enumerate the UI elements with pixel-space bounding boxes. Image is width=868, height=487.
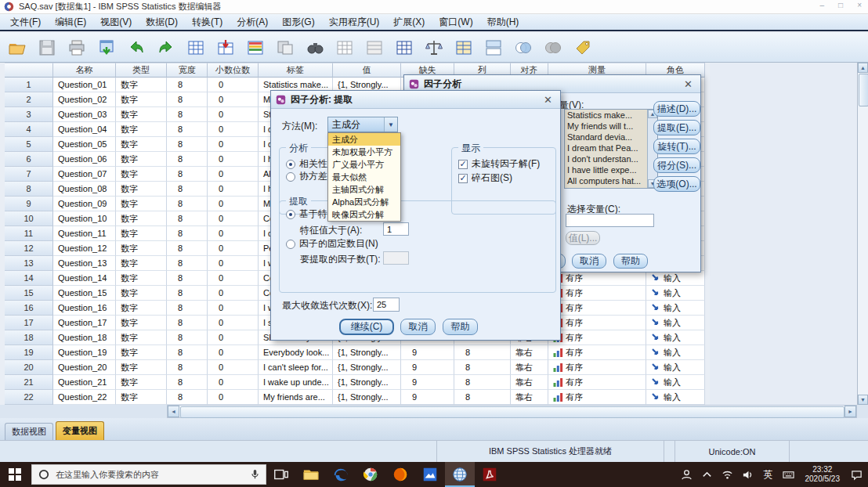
cell-名称[interactable]: Question_15 bbox=[53, 286, 116, 301]
volume-icon[interactable] bbox=[740, 462, 757, 487]
row-number[interactable]: 18 bbox=[5, 330, 53, 345]
cell-宽度[interactable]: 8 bbox=[167, 152, 208, 167]
cell-小数位数[interactable]: 0 bbox=[208, 167, 259, 182]
row-number[interactable]: 9 bbox=[5, 197, 53, 211]
cell-小数位数[interactable]: 0 bbox=[208, 137, 259, 152]
variable-list-item[interactable]: Statistics make... bbox=[565, 110, 657, 121]
row-number[interactable]: 2 bbox=[5, 92, 53, 107]
menu-item-编辑[interactable]: 编辑(E) bbox=[48, 14, 93, 31]
cell-值[interactable]: {1, Strongly... bbox=[333, 390, 401, 405]
cell-角色[interactable]: 输入 bbox=[646, 375, 705, 390]
cell-宽度[interactable]: 8 bbox=[167, 360, 208, 375]
cell-宽度[interactable]: 8 bbox=[167, 211, 208, 226]
cell-类型[interactable]: 数字 bbox=[116, 241, 167, 256]
variable-list-item[interactable]: All computers hat... bbox=[565, 175, 657, 186]
cell-测量[interactable]: 有序 bbox=[548, 286, 646, 301]
cell-缺失[interactable]: 9 bbox=[401, 360, 454, 375]
goto-case-icon[interactable] bbox=[185, 37, 206, 58]
cell-名称[interactable]: Question_20 bbox=[53, 360, 116, 375]
cell-标签[interactable]: My friends are... bbox=[259, 390, 333, 405]
start-button[interactable] bbox=[0, 462, 30, 487]
cell-宽度[interactable]: 8 bbox=[167, 92, 208, 107]
row-number[interactable]: 8 bbox=[5, 182, 53, 197]
method-option[interactable]: 主轴因式分解 bbox=[328, 183, 400, 196]
row-number[interactable]: 16 bbox=[5, 301, 53, 316]
scroll-right-icon[interactable]: ► bbox=[844, 406, 856, 417]
cell-名称[interactable]: Question_01 bbox=[53, 78, 116, 92]
cell-类型[interactable]: 数字 bbox=[116, 271, 167, 286]
cell-宽度[interactable]: 8 bbox=[167, 241, 208, 256]
variables-window-icon[interactable] bbox=[274, 37, 295, 58]
cancel-button[interactable]: 取消 bbox=[572, 254, 606, 269]
chevron-up-icon[interactable] bbox=[699, 462, 716, 487]
cancel-button[interactable]: 取消 bbox=[400, 319, 436, 335]
scroll-up-icon[interactable]: ▲ bbox=[858, 63, 868, 73]
cell-测量[interactable]: 有序 bbox=[548, 375, 646, 390]
selection-variable-input[interactable] bbox=[566, 214, 654, 227]
method-combobox[interactable]: 主成分 ▼ bbox=[327, 117, 398, 132]
person-icon[interactable] bbox=[678, 462, 696, 487]
cell-小数位数[interactable]: 0 bbox=[208, 182, 259, 197]
cell-名称[interactable]: Question_21 bbox=[53, 375, 116, 390]
cell-测量[interactable]: 有序 bbox=[548, 330, 646, 345]
cell-宽度[interactable]: 8 bbox=[167, 271, 208, 286]
cell-宽度[interactable]: 8 bbox=[167, 256, 208, 271]
menu-item-图形[interactable]: 图形(G) bbox=[275, 14, 321, 31]
maximize-button[interactable]: □ bbox=[838, 1, 843, 9]
cell-值[interactable]: {1, Strongly... bbox=[333, 345, 401, 360]
extraction-button[interactable]: 提取(E)... bbox=[653, 120, 700, 135]
scores-button[interactable]: 得分(S)... bbox=[653, 157, 700, 173]
variable-list-item[interactable]: I have little expe... bbox=[565, 164, 657, 175]
horizontal-scroll-thumb[interactable] bbox=[180, 406, 844, 418]
cell-类型[interactable]: 数字 bbox=[116, 330, 167, 345]
cell-名称[interactable]: Question_18 bbox=[53, 330, 116, 345]
cell-宽度[interactable]: 8 bbox=[167, 107, 208, 122]
close-icon[interactable]: ✕ bbox=[541, 94, 555, 106]
cell-小数位数[interactable]: 0 bbox=[208, 152, 259, 167]
menu-item-转换[interactable]: 转换(T) bbox=[185, 14, 230, 31]
cell-名称[interactable]: Question_04 bbox=[53, 122, 116, 137]
variable-list-item[interactable]: I dream that Pea... bbox=[565, 142, 657, 153]
cell-名称[interactable]: Question_19 bbox=[53, 345, 116, 360]
tab-variable-view[interactable]: 变量视图 bbox=[56, 421, 104, 440]
cell-名称[interactable]: Question_06 bbox=[53, 152, 116, 167]
cell-小数位数[interactable]: 0 bbox=[208, 241, 259, 256]
checkbox-unrotated-solution[interactable]: ✓未旋转因子解(F) bbox=[458, 157, 540, 171]
menu-item-分析[interactable]: 分析(A) bbox=[230, 14, 275, 31]
ime-language-badge[interactable]: 英 bbox=[760, 462, 777, 487]
wifi-icon[interactable] bbox=[719, 462, 736, 487]
cell-宽度[interactable]: 8 bbox=[167, 375, 208, 390]
cell-测量[interactable]: 有序 bbox=[548, 345, 646, 360]
cell-小数位数[interactable]: 0 bbox=[208, 78, 259, 92]
cell-名称[interactable]: Question_02 bbox=[53, 92, 116, 107]
split-file-icon[interactable] bbox=[483, 37, 504, 58]
cell-小数位数[interactable]: 0 bbox=[208, 301, 259, 316]
radio-fixed-number-of-factors[interactable]: 因子的固定数目(N) bbox=[286, 237, 378, 251]
cell-角色[interactable]: 输入 bbox=[646, 271, 705, 286]
cell-类型[interactable]: 数字 bbox=[116, 167, 167, 182]
notification-center-icon[interactable] bbox=[848, 462, 865, 487]
cell-角色[interactable]: 输入 bbox=[646, 345, 705, 360]
cell-名称[interactable]: Question_11 bbox=[53, 226, 116, 241]
redo-icon[interactable] bbox=[155, 37, 176, 58]
cell-小数位数[interactable]: 0 bbox=[208, 211, 259, 226]
select-cases-icon[interactable] bbox=[512, 37, 533, 58]
cell-小数位数[interactable]: 0 bbox=[208, 256, 259, 271]
cell-角色[interactable]: 输入 bbox=[646, 301, 705, 316]
cell-类型[interactable]: 数字 bbox=[116, 182, 167, 197]
row-number[interactable]: 17 bbox=[5, 316, 53, 330]
undo-icon[interactable] bbox=[125, 37, 146, 58]
row-number[interactable]: 10 bbox=[5, 211, 53, 226]
cell-测量[interactable]: 有序 bbox=[548, 390, 646, 405]
file-explorer-taskbar-icon[interactable] bbox=[296, 462, 326, 487]
cell-测量[interactable]: 有序 bbox=[548, 316, 646, 330]
cell-类型[interactable]: 数字 bbox=[116, 375, 167, 390]
vertical-scroll-thumb[interactable] bbox=[859, 74, 868, 106]
cell-小数位数[interactable]: 0 bbox=[208, 92, 259, 107]
microphone-icon[interactable] bbox=[251, 469, 259, 480]
cell-名称[interactable]: Question_13 bbox=[53, 256, 116, 271]
cell-名称[interactable]: Question_14 bbox=[53, 271, 116, 286]
row-number[interactable]: 19 bbox=[5, 345, 53, 360]
cell-缺失[interactable]: 9 bbox=[401, 390, 454, 405]
cell-宽度[interactable]: 8 bbox=[167, 167, 208, 182]
